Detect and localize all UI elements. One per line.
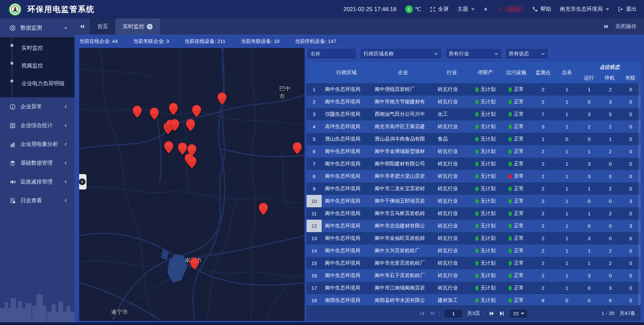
table-row[interactable]: 6阆中生态环境局阆中市金博瑞新型墙材砖瓦行业无计划正常21120 — [307, 145, 641, 158]
map-pin-icon[interactable] — [170, 119, 179, 132]
sidebar-item-enterprise-stats[interactable]: 企业综合统计 — [0, 116, 74, 135]
map-pin-icon[interactable] — [192, 105, 201, 118]
tab-home[interactable]: 首页 — [90, 18, 115, 35]
sidebar-item-power-analysis[interactable]: 企业用电量分析 — [0, 135, 74, 154]
org-menu[interactable]: 南充市生态环境局 — [560, 6, 609, 13]
sidebar-item-realtime-monitor[interactable]: 实时监控 — [0, 39, 74, 57]
table-row[interactable]: 12阆中生态环境局阆中市忠信建材有限公砖瓦行业无计划正常21003 — [307, 220, 641, 232]
cell-monitor-points: 2 — [531, 282, 555, 294]
cell-monitor-points: 2 — [531, 269, 555, 282]
cell-industry: 砖瓦行业 — [434, 245, 469, 257]
table-row[interactable]: 10阆中生态环境局阆中千佛镇五郎垭页岩砖瓦行业无计划正常21003 — [307, 195, 641, 207]
tabs-scroll-left-button[interactable] — [74, 18, 90, 35]
help-button[interactable]: 帮助 — [532, 6, 551, 13]
table-row[interactable]: 5营山生态环境局营山县润丰肉食品有限食品无计划正常10010 — [307, 133, 641, 145]
status-dot-icon — [475, 273, 479, 278]
cell-region: 阆中生态环境局 — [322, 245, 371, 257]
first-page-button[interactable] — [419, 311, 425, 316]
tab-realtime-monitor[interactable]: 实时监控 ✕ — [115, 18, 160, 35]
chevron-left-icon — [64, 123, 68, 127]
map-pin-icon[interactable] — [259, 203, 268, 216]
range-label: 1 - 20 — [601, 310, 614, 317]
table-row[interactable]: 3仪陇生态环境局西南油气田分公司川中化工无计划正常71350 — [307, 108, 641, 120]
skyline-decoration — [0, 285, 74, 325]
map-panel[interactable]: 巴中市 南充市 遂宁市 — [79, 48, 305, 321]
double-chevron-left-icon — [79, 24, 85, 29]
cell-monitor-points: 1 — [531, 133, 555, 145]
cell-stop-status: 无计划 — [469, 83, 501, 96]
industry-select[interactable]: 所有行业 — [445, 48, 502, 59]
map-pin-icon[interactable] — [186, 119, 195, 132]
cell-running: 1 — [579, 245, 600, 257]
close-operations-button[interactable]: 关闭操作 — [615, 23, 637, 30]
sidebar-item-emergency-reduction[interactable]: 应急减排管理 — [0, 172, 74, 191]
map-pin-icon[interactable] — [218, 93, 227, 106]
double-chevron-right-icon[interactable] — [604, 24, 609, 29]
map-pin-icon[interactable] — [169, 103, 178, 116]
map-pin-icon[interactable] — [150, 108, 159, 121]
status-dot-icon — [475, 286, 479, 290]
tab-bar: 首页 实时监控 ✕ 关闭操作 — [74, 18, 644, 35]
status-select[interactable]: 所有状态 — [505, 48, 549, 59]
fullscreen-button[interactable]: 全屏 — [430, 6, 449, 13]
table-row[interactable]: 9阆中生态环境局阆中市二龙长宝页岩砖砖瓦行业无计划正常21120 — [307, 182, 641, 195]
cell-total-meters: 1 — [555, 232, 579, 245]
table-row[interactable]: 7阆中生态环境局阆中明阳建材有限公司砖瓦行业无计划正常21300 — [307, 158, 641, 170]
phone-icon — [532, 6, 538, 12]
table-row[interactable]: 8阆中生态环境局阆中市枣碧大梁山页岩砖瓦行业无计划异常21300 — [307, 170, 641, 182]
cell-monitor-points: 2 — [531, 145, 555, 158]
status-dot-icon — [508, 298, 512, 303]
last-page-button[interactable] — [499, 311, 505, 316]
sidebar-item-base-data[interactable]: 基础数据管理 — [0, 154, 74, 172]
sidebar-item-enterprise-abnormal[interactable]: 企业异常 — [0, 97, 74, 116]
cell-monitor-points: 2 — [531, 220, 555, 232]
chevron-left-icon — [64, 105, 68, 109]
table-row[interactable]: 18南部生态环境局南部县砖华水泥有限公建材加工无计划正常60060 — [307, 294, 641, 306]
map-pin-icon[interactable] — [187, 156, 197, 170]
table-row[interactable]: 17阆中生态环境局阆中市江南镇阆南页岩砖瓦行业无计划正常21030 — [307, 282, 641, 294]
app-title: 环保用电监管系统 — [28, 4, 95, 14]
notifications[interactable]: 2632 — [498, 6, 524, 13]
table-row[interactable]: 14阆中生态环境局阆中大兴页岩机砖厂砖瓦行业无计划正常21120 — [307, 245, 641, 257]
map-pin-icon[interactable] — [164, 141, 173, 155]
fullscreen-icon — [430, 6, 436, 12]
status-dot-icon — [508, 273, 512, 278]
status-dot-icon — [475, 149, 479, 154]
mute-button[interactable] — [483, 6, 489, 12]
cell-stopped: 5 — [600, 108, 621, 120]
table-row[interactable]: 1阆中生态环境局阆中强锐页岩砖厂砖瓦行业无计划正常21120 — [307, 83, 641, 96]
page-size-select[interactable]: 20 — [509, 309, 528, 318]
name-search-input[interactable]: 名称 — [307, 48, 357, 59]
theme-menu[interactable]: 主题 — [458, 6, 475, 13]
table-row[interactable]: 2阆中生态环境局阆中市南方节能建材有砖瓦行业无计划正常21030 — [307, 96, 641, 108]
select-value: 所有行业 — [449, 51, 469, 57]
cell-total-meters: 1 — [555, 158, 579, 170]
sidebar-item-log-view[interactable]: 日志查看 — [0, 191, 74, 210]
table-row[interactable]: 16阆中生态环境局阆中市石子页岩机砖厂砖瓦行业无计划正常21300 — [307, 269, 641, 282]
region-select[interactable]: 行政区域名称 — [360, 48, 442, 59]
map-pin-icon[interactable] — [190, 258, 199, 271]
status-dot-icon — [475, 224, 479, 228]
sidebar-item-video-monitor[interactable]: 视频监控 — [0, 57, 74, 75]
table-row[interactable]: 13阆中生态环境局阆中市金福旺页岩机砖砖瓦行业无计划正常21300 — [307, 232, 641, 245]
cell-index: 4 — [307, 120, 322, 133]
sidebar-collapse-handle[interactable] — [79, 174, 87, 189]
logout-button[interactable]: 退出 — [618, 6, 637, 13]
cell-index: 12 — [307, 220, 322, 232]
cell-stop-status: 无计划 — [469, 120, 501, 133]
table-row[interactable]: 4高坪生态环境局南充市高坪区王家店建砖瓦行业无计划正常31220 — [307, 120, 641, 133]
cell-facility-status: 正常 — [501, 108, 531, 120]
map-pin-icon[interactable] — [132, 106, 142, 119]
header-industry: 行业 — [434, 62, 469, 83]
prev-page-button[interactable] — [429, 311, 435, 316]
cell-facility-status: 正常 — [501, 269, 531, 282]
tab-close-icon[interactable]: ✕ — [147, 24, 153, 30]
next-page-button[interactable] — [489, 311, 495, 316]
map-pin-icon[interactable] — [292, 142, 302, 156]
table-row[interactable]: 15阆中生态环境局阆中市光富页岩机砖厂砖瓦行业无计划正常21120 — [307, 257, 641, 269]
sidebar-item-power-load-detail[interactable]: 企业电力负荷明细 — [0, 75, 74, 93]
sidebar-item-data-monitor[interactable]: 数据监测 — [0, 18, 74, 37]
double-chevron-left-icon — [429, 311, 435, 316]
table-row[interactable]: 11阆中生态环境局阆中市五马桥页岩机砖砖瓦行业无计划正常21120 — [307, 207, 641, 220]
page-number-input[interactable] — [444, 309, 463, 318]
